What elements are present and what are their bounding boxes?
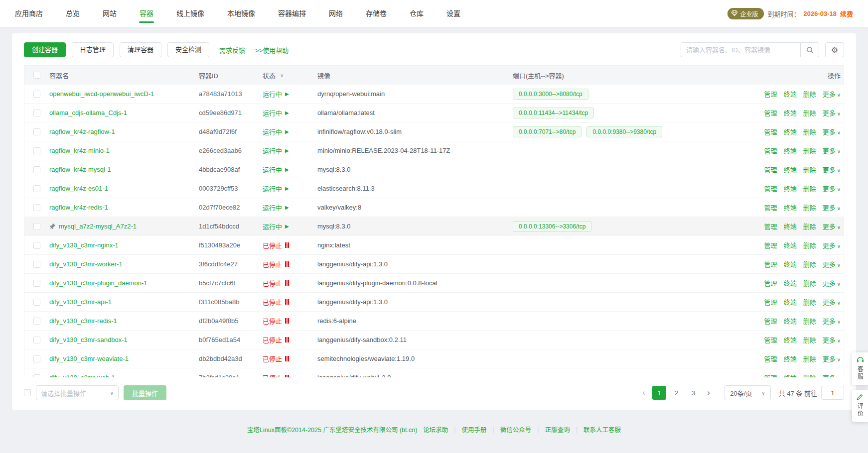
search-input[interactable] — [681, 42, 800, 57]
row-action-more[interactable]: 更多∨ — [823, 89, 841, 99]
page-button-3[interactable]: 3 — [686, 386, 700, 400]
row-action-terminal[interactable]: 终端 — [784, 184, 797, 193]
status-icon[interactable] — [285, 299, 289, 305]
row-action-manage[interactable]: 管理 — [764, 146, 777, 155]
row-checkbox[interactable] — [33, 337, 40, 343]
page-size-select[interactable]: 20条/页 ∨ — [724, 385, 770, 400]
container-name-link[interactable]: mysql_a7z2-mysql_A7z2-1 — [59, 223, 137, 230]
status-icon[interactable]: ▶ — [285, 91, 289, 97]
container-name-link[interactable]: openwebui_iwcd-openwebui_iwcD-1 — [49, 90, 154, 98]
row-action-more[interactable]: 更多∨ — [823, 354, 841, 363]
row-checkbox[interactable] — [33, 91, 40, 98]
renew-link[interactable]: 续费 — [840, 9, 853, 18]
row-action-manage[interactable]: 管理 — [764, 297, 777, 307]
row-action-terminal[interactable]: 终端 — [784, 240, 797, 250]
nav-item-8[interactable]: 网络 — [329, 0, 343, 27]
footer-link-1[interactable]: 论坛求助 — [423, 425, 448, 434]
row-checkbox[interactable] — [33, 185, 40, 192]
container-name-link[interactable]: dify_v130_c3mr-sandbox-1 — [49, 336, 128, 343]
row-checkbox[interactable] — [33, 223, 40, 230]
row-action-delete[interactable]: 删除 — [803, 335, 816, 344]
status-icon[interactable]: ▶ — [285, 129, 289, 134]
row-action-delete[interactable]: 删除 — [803, 373, 816, 377]
nav-item-10[interactable]: 仓库 — [410, 0, 424, 27]
row-action-delete[interactable]: 删除 — [803, 297, 816, 307]
nav-item-5[interactable]: 线上镜像 — [176, 0, 204, 27]
row-checkbox[interactable] — [33, 280, 40, 287]
row-action-more[interactable]: 更多∨ — [823, 259, 841, 269]
row-action-terminal[interactable]: 终端 — [784, 127, 797, 136]
row-action-manage[interactable]: 管理 — [764, 259, 777, 269]
search-button[interactable] — [800, 42, 819, 57]
nav-item-3[interactable]: 网站 — [103, 0, 117, 27]
row-action-delete[interactable]: 删除 — [803, 108, 816, 117]
page-button-2[interactable]: 2 — [669, 386, 683, 400]
container-name-link[interactable]: dify_v130_c3mr-api-1 — [49, 298, 112, 306]
container-name-link[interactable]: dify_v130_c3mr-web-1 — [49, 374, 115, 377]
row-checkbox[interactable] — [33, 242, 40, 249]
row-action-terminal[interactable]: 终端 — [784, 278, 797, 288]
row-action-delete[interactable]: 删除 — [803, 259, 816, 269]
row-action-more[interactable]: 更多∨ — [823, 222, 841, 231]
container-name-link[interactable]: ollama_cdjs-ollama_Cdjs-1 — [49, 109, 127, 116]
row-action-manage[interactable]: 管理 — [764, 165, 777, 174]
row-action-delete[interactable]: 删除 — [803, 184, 816, 193]
row-checkbox[interactable] — [33, 147, 40, 154]
row-action-terminal[interactable]: 终端 — [784, 335, 797, 344]
status-icon[interactable]: ▶ — [285, 186, 289, 191]
container-name-link[interactable]: ragflow_kr4z-ragflow-1 — [49, 128, 115, 135]
feedback-link[interactable]: 需求反馈 — [219, 45, 245, 55]
footer-link-2[interactable]: 使用手册 — [462, 425, 487, 434]
row-action-terminal[interactable]: 终端 — [784, 222, 797, 231]
row-checkbox[interactable] — [33, 299, 40, 306]
row-action-more[interactable]: 更多∨ — [823, 146, 841, 155]
security-check-button[interactable]: 安全检测 — [167, 42, 209, 57]
container-name-link[interactable]: dify_v130_c3mr-nginx-1 — [49, 241, 119, 249]
customer-service-widget[interactable]: 客服 — [852, 352, 868, 385]
row-action-manage[interactable]: 管理 — [764, 354, 777, 363]
row-action-terminal[interactable]: 终端 — [784, 89, 797, 99]
container-name-link[interactable]: ragflow_kr4z-redis-1 — [49, 204, 108, 211]
row-action-delete[interactable]: 删除 — [803, 316, 816, 326]
status-icon[interactable] — [285, 375, 289, 377]
goto-page-input[interactable] — [821, 386, 844, 400]
help-link[interactable]: >>使用帮助 — [255, 45, 289, 55]
status-icon[interactable] — [285, 356, 289, 361]
row-action-manage[interactable]: 管理 — [764, 89, 777, 99]
status-icon[interactable] — [285, 280, 289, 286]
row-action-manage[interactable]: 管理 — [764, 335, 777, 344]
status-icon[interactable] — [285, 337, 289, 342]
row-action-manage[interactable]: 管理 — [764, 222, 777, 231]
row-action-delete[interactable]: 删除 — [803, 240, 816, 250]
batch-select-all-checkbox[interactable] — [24, 389, 31, 396]
row-action-terminal[interactable]: 终端 — [784, 165, 797, 174]
create-container-button[interactable]: 创建容器 — [24, 42, 66, 57]
status-icon[interactable]: ▶ — [285, 224, 289, 229]
row-action-more[interactable]: 更多∨ — [823, 297, 841, 307]
row-action-manage[interactable]: 管理 — [764, 127, 777, 136]
row-action-manage[interactable]: 管理 — [764, 184, 777, 193]
row-action-more[interactable]: 更多∨ — [823, 316, 841, 326]
nav-item-7[interactable]: 容器编排 — [278, 0, 306, 27]
next-page-button[interactable]: › — [702, 386, 716, 400]
edition-badge[interactable]: 企业版 — [727, 8, 764, 19]
row-action-terminal[interactable]: 终端 — [784, 354, 797, 363]
row-checkbox[interactable] — [33, 261, 40, 268]
prev-page-button[interactable]: ‹ — [637, 386, 651, 400]
row-action-manage[interactable]: 管理 — [764, 316, 777, 326]
select-all-checkbox[interactable] — [33, 72, 40, 79]
nav-item-6[interactable]: 本地镜像 — [227, 0, 255, 27]
row-action-more[interactable]: 更多∨ — [823, 108, 841, 117]
row-action-manage[interactable]: 管理 — [764, 203, 777, 212]
row-action-terminal[interactable]: 终端 — [784, 203, 797, 212]
container-name-link[interactable]: dify_v130_c3mr-plugin_daemon-1 — [49, 279, 147, 287]
status-icon[interactable] — [285, 261, 289, 267]
nav-item-11[interactable]: 设置 — [446, 0, 460, 27]
row-action-delete[interactable]: 删除 — [803, 278, 816, 288]
row-action-manage[interactable]: 管理 — [764, 373, 777, 377]
row-action-more[interactable]: 更多∨ — [823, 335, 841, 344]
nav-item-2[interactable]: 总览 — [66, 0, 80, 27]
nav-item-4[interactable]: 容器 — [140, 0, 153, 27]
row-action-more[interactable]: 更多∨ — [823, 127, 841, 136]
page-button-1[interactable]: 1 — [652, 386, 666, 400]
